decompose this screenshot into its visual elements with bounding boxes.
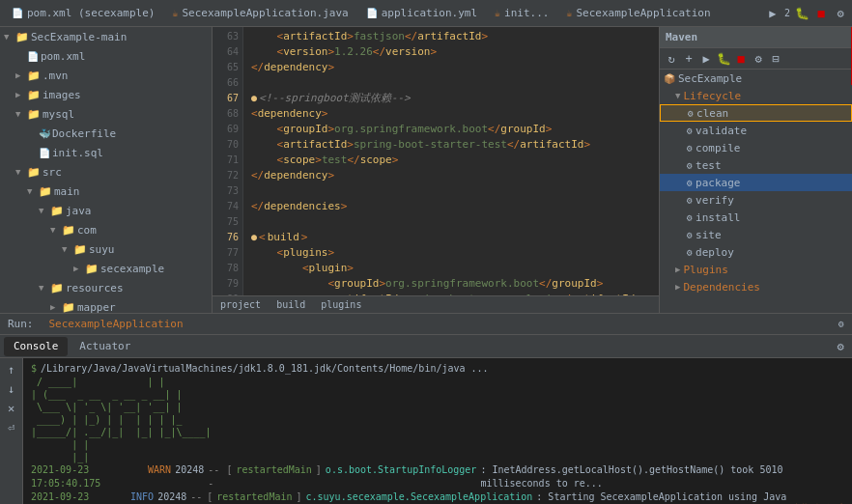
maven-settings-icon[interactable]: ⚙ [751,51,766,67]
maven-root[interactable]: 📦 SecExample [660,70,852,87]
tree-item-dockerfile[interactable]: 🐳 Dockerfile [0,124,212,143]
tab-init[interactable]: ☕ init... [487,3,556,24]
dependencies-label: Dependencies [683,281,759,294]
tree-item-suyu[interactable]: ▼ 📁 suyu [0,239,212,259]
folder-icon-suyu: 📁 [73,243,87,256]
maven-test[interactable]: ⚙ test [660,156,852,174]
code-line-71: <scope>test</scope> [251,153,651,168]
tree-item-mysql[interactable]: ▼ 📁 mysql [0,104,212,124]
tree-item-pom[interactable]: 📄 pom.xml [0,46,212,66]
code-line-73 [251,183,651,199]
maven-add-icon[interactable]: + [681,51,696,67]
wrap-icon[interactable]: ⏎ [4,420,19,435]
tree-item-mapper[interactable]: ▶ 📁 mapper [0,297,212,313]
bottom-tab-project[interactable]: project [216,297,265,312]
console-content-wrapper: ↑ ↓ ✕ ⏎ $ /Library/Java/JavaVirtualMachi… [0,358,852,504]
maven-compile[interactable]: ⚙ compile [660,139,852,156]
maven-verify-label: verify [696,194,734,207]
console-tab-console[interactable]: Console [4,337,68,356]
folder-icon-images: 📁 [27,89,41,101]
console-settings-icon[interactable]: ⚙ [833,339,848,354]
maven-stop-icon[interactable]: ■ [733,51,749,67]
ascii-art: / ____| | | | (___ _ __ _ __ _ __| | \__… [31,376,844,463]
run-button[interactable]: ▶ [765,6,781,21]
maven-install-label: install [696,211,740,224]
tree-item-secexample[interactable]: ▶ 📁 secexample [0,259,212,278]
editor-tabs-bar: 📄 pom.xml (secexample) ☕ SecexampleAppli… [0,0,852,27]
settings-icon-run[interactable]: ⚙ [838,319,844,329]
bottom-tab-build[interactable]: build [272,297,309,312]
maven-lifecycle-section[interactable]: ▼ Lifecycle [660,87,852,104]
maven-run-icon[interactable]: ▶ [698,51,714,67]
maven-package[interactable]: ⚙ package [660,174,852,191]
stop-button[interactable]: ■ [813,6,829,21]
console-cmd-line: $ /Library/Java/JavaVirtualMachines/jdk1… [31,362,844,376]
clear-icon[interactable]: ✕ [4,401,19,416]
main-area: ▼ 📁 SecExample-main 📄 pom.xml ▶ 📁 .mvn ▶… [0,27,852,313]
maven-header: Maven [660,27,852,48]
folder-icon-src: 📁 [27,166,41,179]
yaml-icon: 📄 [366,8,378,18]
editor-bottom-tabs: project build plugins [213,295,659,313]
run-value: SecexampleApplication [49,318,184,330]
console-tab-actuator[interactable]: Actuator [70,337,140,356]
debug-button[interactable]: 🐛 [794,6,809,21]
maven-site[interactable]: ⚙ site [660,226,852,243]
maven-collapse-icon[interactable]: ⊟ [768,51,783,67]
maven-refresh-icon[interactable]: ↻ [664,51,679,67]
tree-item-java[interactable]: ▼ 📁 java [0,201,212,220]
maven-tree: 📦 SecExample ▼ Lifecycle ⚙ clean ⚙ valid… [660,70,852,313]
line-numbers: 63646566 67 6869707172 737475 76 7778798… [213,27,243,295]
tree-item-main[interactable]: ▼ 📁 main [0,182,212,201]
console-output[interactable]: $ /Library/Java/JavaVirtualMachines/jdk1… [23,358,852,504]
console-side-icons: ↑ ↓ ✕ ⏎ [0,358,23,504]
code-line-63: <artifactId>fastjson</artifactId> [251,29,651,44]
maven-test-label: test [696,159,722,172]
tree-item-src[interactable]: ▼ 📁 src [0,162,212,182]
tab-secexample-application[interactable]: ☕ SecexampleApplication.java [164,3,355,24]
tree-item-secexample-main[interactable]: ▼ 📁 SecExample-main [0,27,212,46]
maven-clean-label: clean [696,107,728,120]
maven-title: Maven [666,31,697,43]
docker-icon: 🐳 [39,128,50,139]
gear-icon-site: ⚙ [687,230,693,240]
tree-item-init-sql[interactable]: 📄 init.sql [0,143,212,162]
xml-icon: 📄 [12,8,23,18]
code-line-66 [251,75,651,91]
folder-icon-main: 📁 [39,185,52,198]
folder-icon-mapper: 📁 [62,301,75,314]
scroll-up-icon[interactable]: ↑ [4,362,19,378]
maven-verify[interactable]: ⚙ verify [660,191,852,209]
bottom-tab-plugins[interactable]: plugins [317,297,365,312]
maven-panel: Maven ↻ + ▶ 🐛 ■ ⚙ ⊟ 📦 SecExample ▼ Lifec… [659,27,852,313]
maven-install[interactable]: ⚙ install [660,209,852,226]
maven-toolbar: ↻ + ▶ 🐛 ■ ⚙ ⊟ [660,48,852,70]
maven-debug-icon[interactable]: 🐛 [716,51,731,67]
tree-item-resources[interactable]: ▼ 📁 resources [0,278,212,297]
run-status-bar: Run: SecexampleApplication ⚙ [0,313,852,334]
tree-item-com[interactable]: ▼ 📁 com [0,220,212,239]
console-panel: Console Actuator ⚙ ↑ ↓ ✕ ⏎ $ /Library/Ja… [0,334,852,504]
maven-validate[interactable]: ⚙ validate [660,122,852,139]
tree-item-images[interactable]: ▶ 📁 images [0,85,212,104]
maven-clean[interactable]: ⚙ clean [660,104,852,122]
maven-deploy-label: deploy [696,246,734,259]
tree-item-mvn[interactable]: ▶ 📁 .mvn [0,66,212,85]
scroll-down-icon[interactable]: ↓ [4,381,19,397]
maven-deploy[interactable]: ⚙ deploy [660,243,852,261]
maven-dependencies-section[interactable]: ▶ Dependencies [660,278,852,295]
code-line-79: <groupId>org.springframework.boot</group… [251,276,651,292]
tab-pom-xml[interactable]: 📄 pom.xml (secexample) [4,3,162,24]
lifecycle-arrow: ▼ [675,91,680,100]
console-toolbar: ⚙ [833,339,848,354]
tab-secexample-app2[interactable]: ☕ SecexampleApplication [558,3,718,24]
maven-root-label: SecExample [678,72,742,85]
code-editor[interactable]: <artifactId>fastjson</artifactId> <versi… [243,27,659,295]
code-line-75 [251,214,651,230]
file-tree: ▼ 📁 SecExample-main 📄 pom.xml ▶ 📁 .mvn ▶… [0,27,213,313]
dependencies-arrow: ▶ [675,282,680,292]
maven-plugins-section[interactable]: ▶ Plugins [660,261,852,278]
tab-application-yml[interactable]: 📄 application.yml [358,3,485,24]
code-line-64: <version>1.2.26</version> [251,44,651,60]
settings-icon[interactable]: ⚙ [833,6,848,21]
